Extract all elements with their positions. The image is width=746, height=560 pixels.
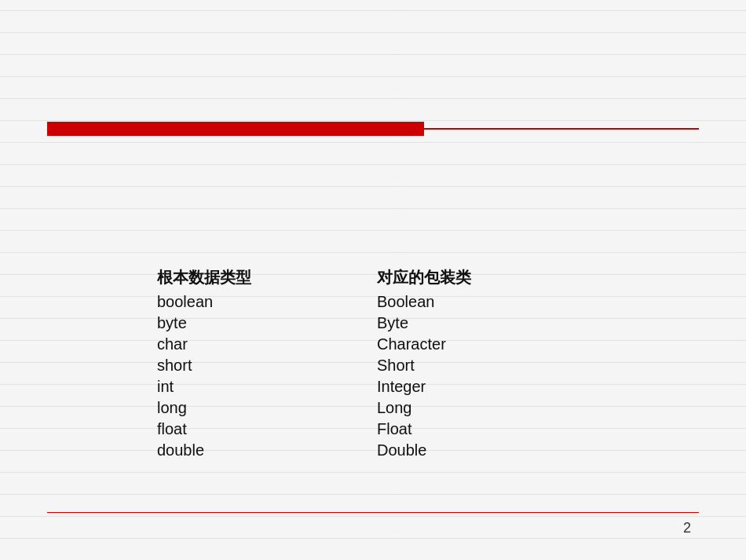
thin-line <box>424 128 699 130</box>
slide: 根本数据类型 对应的包装类 boolean Boolean byte Byte … <box>0 0 746 560</box>
table-row: float Float <box>157 419 534 440</box>
content-area: 根本数据类型 对应的包装类 boolean Boolean byte Byte … <box>157 267 534 461</box>
data-type-table: 根本数据类型 对应的包装类 boolean Boolean byte Byte … <box>157 267 534 461</box>
primitive-float: float <box>157 420 377 438</box>
primitive-short: short <box>157 357 377 375</box>
primitive-byte: byte <box>157 314 377 332</box>
primitive-char: char <box>157 335 377 353</box>
wrapper-float: Float <box>377 420 534 438</box>
wrapper-long: Long <box>377 399 534 417</box>
table-row: long Long <box>157 397 534 419</box>
primitive-boolean: boolean <box>157 293 377 311</box>
table-row: byte Byte <box>157 313 534 334</box>
table-row: int Integer <box>157 376 534 397</box>
top-bar <box>47 122 699 136</box>
table-row: double Double <box>157 440 534 461</box>
wrapper-double: Double <box>377 441 534 459</box>
wrapper-byte: Byte <box>377 314 534 332</box>
primitive-long: long <box>157 399 377 417</box>
table-row: char Character <box>157 334 534 355</box>
wrapper-short: Short <box>377 357 534 375</box>
table-header-row: 根本数据类型 对应的包装类 <box>157 267 534 288</box>
wrapper-char: Character <box>377 335 534 353</box>
bottom-line <box>47 512 699 513</box>
table-row: short Short <box>157 355 534 376</box>
page-number: 2 <box>683 520 691 536</box>
red-bar <box>47 122 424 136</box>
wrapper-boolean: Boolean <box>377 293 534 311</box>
col1-header: 根本数据类型 <box>157 267 377 288</box>
wrapper-int: Integer <box>377 378 534 396</box>
col2-header: 对应的包装类 <box>377 267 534 288</box>
table-row: boolean Boolean <box>157 291 534 313</box>
primitive-double: double <box>157 441 377 459</box>
primitive-int: int <box>157 378 377 396</box>
